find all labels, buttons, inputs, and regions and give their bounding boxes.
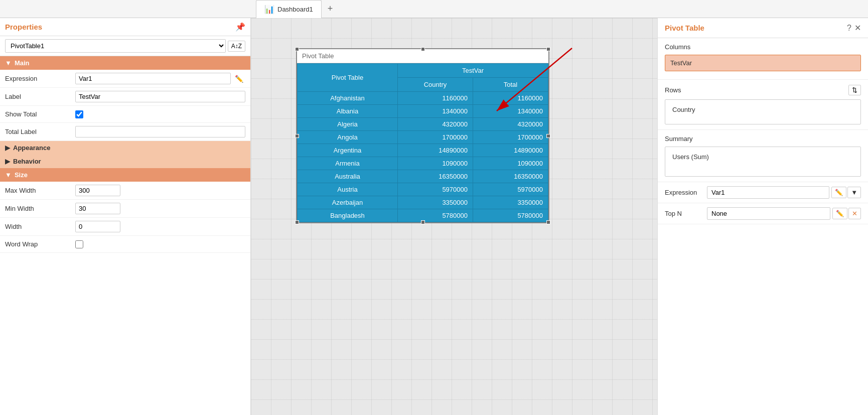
cell-country: Austria [298, 183, 398, 196]
cell-country: Angola [298, 131, 398, 144]
prop-min-width-value [75, 203, 245, 214]
prop-min-width-row: Min Width [0, 200, 250, 218]
cell-country: Albania [298, 105, 398, 118]
rp-column-item[interactable]: TestVar [665, 55, 861, 71]
right-panel: Pivot Table ? ✕ Columns TestVar Rows ⇅ C… [657, 18, 868, 415]
section-appearance-header[interactable]: ▶ Appearance [0, 141, 250, 155]
help-button[interactable]: ? [847, 24, 851, 33]
component-selector: PivotTable1 A↕Z [0, 36, 250, 56]
rp-expression-input[interactable] [707, 186, 829, 199]
canvas-area: Pivot Table Pivot Table TestVar Country … [251, 18, 657, 415]
pivot-header-col2: TestVar [398, 64, 548, 78]
cell-country: Algeria [298, 118, 398, 131]
handle-bl[interactable] [295, 220, 299, 224]
prop-show-total-label: Show Total [5, 110, 75, 118]
rows-sort-button[interactable]: ⇅ [848, 85, 861, 95]
pivot-table: Pivot Table TestVar Country Total Afghan… [297, 63, 548, 222]
section-size-label: Size [15, 171, 28, 179]
cell-value: 1340000 [398, 105, 473, 118]
label-input[interactable] [75, 91, 245, 102]
section-appearance-arrow: ▶ [5, 144, 10, 152]
prop-total-label-row: Total Label [0, 123, 250, 141]
rp-topn-clear-button[interactable]: ✕ [848, 208, 861, 219]
rp-summary-section: Summary Users (Sum) [658, 130, 868, 182]
prop-label-row: Label [0, 88, 250, 106]
word-wrap-checkbox[interactable] [75, 240, 83, 248]
add-tab-button[interactable]: + [322, 1, 339, 17]
pin-icon[interactable]: 📌 [235, 22, 245, 32]
component-select[interactable]: PivotTable1 [5, 39, 226, 53]
handle-tr[interactable] [546, 47, 550, 51]
max-width-input[interactable] [75, 185, 120, 196]
rp-expression-label: Expression [665, 189, 705, 196]
left-panel: Properties 📌 PivotTable1 A↕Z ▼ Main Expr… [0, 18, 251, 415]
right-panel-header: Pivot Table ? ✕ [658, 18, 868, 38]
handle-tl[interactable] [295, 47, 299, 51]
rp-summary-label: Summary [665, 135, 861, 143]
rp-summary-box: Users (Sum) [665, 147, 861, 177]
pivot-widget[interactable]: Pivot Table Pivot Table TestVar Country … [296, 48, 549, 223]
section-size-arrow: ▼ [5, 171, 12, 179]
rp-expression-row: Expression ✏️ ▼ [658, 182, 868, 203]
tab-dashboard1[interactable]: 📊 Dashboard1 [256, 0, 322, 18]
rp-topn-label: Top N [665, 210, 705, 217]
cell-country: Armenia [298, 157, 398, 170]
rp-rows-label: Rows [665, 86, 681, 94]
rp-expression-buttons: ✏️ ▼ [831, 187, 861, 198]
cell-value: 1700000 [398, 131, 473, 144]
rp-row-item-country[interactable]: Country [669, 104, 856, 115]
table-row: Algeria 4320000 4320000 [298, 118, 548, 131]
cell-total: 1090000 [473, 157, 548, 170]
rp-expression-edit-button[interactable]: ✏️ [831, 187, 846, 198]
show-total-checkbox[interactable] [75, 110, 83, 118]
prop-max-width-row: Max Width [0, 182, 250, 200]
section-behavior-arrow: ▶ [5, 158, 10, 165]
total-label-input[interactable] [75, 126, 245, 137]
rp-expression-dropdown-button[interactable]: ▼ [847, 187, 861, 198]
handle-br[interactable] [546, 220, 550, 224]
table-row: Argentina 14890000 14890000 [298, 144, 548, 157]
pivot-subheader-country: Country [398, 78, 473, 92]
section-size-header[interactable]: ▼ Size [0, 168, 250, 182]
prop-total-label-label: Total Label [5, 128, 75, 135]
expression-edit-icon[interactable]: ✏️ [233, 74, 245, 84]
rp-topn-row: Top N ✏️ ✕ [658, 203, 868, 224]
section-main-header[interactable]: ▼ Main [0, 56, 250, 70]
tab-bar: 📊 Dashboard1 + [0, 0, 868, 18]
rp-rows-box: Country [665, 99, 861, 124]
cell-value: 5780000 [398, 209, 473, 222]
sort-az-button[interactable]: A↕Z [228, 41, 245, 52]
section-main-arrow: ▼ [5, 59, 12, 67]
cell-value: 14890000 [398, 144, 473, 157]
prop-total-label-value [75, 126, 245, 137]
cell-total: 1160000 [473, 92, 548, 105]
cell-total: 3350000 [473, 196, 548, 209]
panel-header: Properties 📌 [0, 18, 250, 36]
cell-value: 5970000 [398, 183, 473, 196]
rp-summary-item[interactable]: Users (Sum) [669, 151, 856, 163]
panel-title: Properties [5, 23, 42, 31]
close-button[interactable]: ✕ [854, 23, 861, 33]
right-panel-title: Pivot Table [665, 24, 704, 32]
section-behavior-header[interactable]: ▶ Behavior [0, 155, 250, 168]
min-width-input[interactable] [75, 203, 120, 214]
table-row: Angola 1700000 1700000 [298, 131, 548, 144]
rp-column-item-text: TestVar [670, 59, 692, 67]
width-input[interactable] [75, 221, 120, 232]
pivot-widget-title: Pivot Table [297, 49, 548, 63]
cell-total: 4320000 [473, 118, 548, 131]
handle-tm[interactable] [421, 47, 425, 51]
handle-mr[interactable] [546, 134, 550, 138]
expression-input[interactable] [75, 73, 231, 84]
rp-topn-edit-button[interactable]: ✏️ [832, 208, 847, 219]
cell-value: 1090000 [398, 157, 473, 170]
handle-ml[interactable] [295, 134, 299, 138]
table-row: Azerbaijan 3350000 3350000 [298, 196, 548, 209]
cell-total: 1700000 [473, 131, 548, 144]
prop-show-total-row: Show Total [0, 106, 250, 123]
handle-bm[interactable] [421, 220, 425, 224]
cell-country: Bangladesh [298, 209, 398, 222]
section-behavior-label: Behavior [13, 158, 41, 165]
cell-value: 3350000 [398, 196, 473, 209]
rp-topn-input[interactable] [707, 207, 830, 220]
